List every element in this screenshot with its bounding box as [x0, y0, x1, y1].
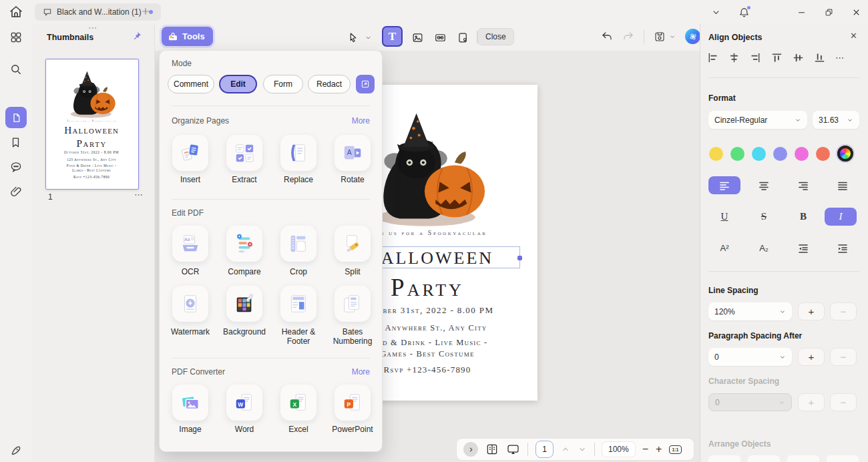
home-icon[interactable]: [8, 4, 24, 20]
color-swatch-green[interactable]: [730, 147, 744, 161]
paragraph-spacing-increase-button[interactable]: +: [798, 348, 825, 366]
convert-image-tool[interactable]: [172, 385, 208, 421]
new-tab-icon[interactable]: [140, 6, 151, 17]
panel-drag-handle[interactable]: ⋯: [88, 23, 98, 33]
sidebar-item-comments[interactable]: [9, 160, 23, 174]
line-spacing-select[interactable]: 120%: [708, 302, 792, 320]
bold-button[interactable]: B: [787, 208, 819, 226]
converter-more-link[interactable]: More: [352, 367, 370, 377]
color-wheel-picker[interactable]: [837, 146, 853, 162]
image-tool-icon[interactable]: [409, 29, 426, 46]
compare-tool[interactable]: [226, 226, 262, 262]
text-align-right-button[interactable]: [787, 176, 819, 194]
font-size-select[interactable]: 31.63: [813, 111, 859, 129]
italic-button[interactable]: I: [825, 208, 857, 226]
paragraph-spacing-select[interactable]: 0: [708, 348, 792, 366]
split-tool[interactable]: [335, 226, 371, 262]
convert-powerpoint-tool[interactable]: P: [335, 385, 371, 421]
increase-indent-button[interactable]: [827, 239, 859, 257]
color-swatch-cyan[interactable]: [752, 147, 766, 161]
select-tool-icon[interactable]: [345, 29, 362, 46]
text-align-center-button[interactable]: [748, 176, 780, 194]
text-tool-button[interactable]: T: [382, 26, 403, 47]
selection-handle[interactable]: [517, 256, 522, 260]
decrease-indent-button[interactable]: [787, 239, 819, 257]
zoom-in-button[interactable]: +: [656, 443, 662, 455]
text-selection-box[interactable]: [377, 246, 520, 268]
crop-tool[interactable]: [280, 226, 316, 262]
bates-numbering-tool[interactable]: [335, 286, 371, 322]
page-number-input[interactable]: 1: [535, 441, 554, 458]
superscript-button[interactable]: A²: [708, 239, 740, 257]
header-footer-tool[interactable]: [280, 286, 316, 322]
insert-tool[interactable]: [172, 135, 208, 171]
previous-page-icon[interactable]: [561, 445, 570, 454]
convert-excel-tool[interactable]: X: [280, 385, 316, 421]
page-layout-icon[interactable]: [485, 443, 499, 456]
align-top-icon[interactable]: [771, 52, 783, 63]
mode-redact-button[interactable]: Redact: [308, 75, 351, 93]
thumbnail-more-icon[interactable]: ⋯: [134, 190, 144, 200]
close-window-icon[interactable]: [851, 7, 861, 17]
pin-panel-icon[interactable]: [132, 31, 142, 41]
replace-tool[interactable]: [280, 135, 316, 171]
subscript-button[interactable]: A₂: [748, 239, 780, 257]
mode-form-button[interactable]: Form: [263, 75, 303, 93]
align-right-icon[interactable]: [750, 52, 761, 63]
align-bottom-icon[interactable]: [814, 52, 825, 63]
ocr-tool[interactable]: Aa: [172, 226, 208, 262]
redo-icon[interactable]: [622, 31, 634, 43]
color-swatch-purple[interactable]: [773, 147, 787, 161]
text-align-justify-button[interactable]: [827, 176, 859, 194]
notifications-bell-icon[interactable]: [738, 7, 750, 18]
actual-size-button[interactable]: 1:1: [669, 445, 681, 454]
sidebar-item-bookmarks[interactable]: [9, 136, 23, 150]
background-tool[interactable]: [226, 286, 262, 322]
expand-bar-icon[interactable]: [463, 442, 478, 457]
link-tool-icon[interactable]: [431, 29, 449, 46]
undo-icon[interactable]: [601, 31, 613, 43]
text-align-left-button[interactable]: [708, 176, 740, 194]
stamp-tool-icon[interactable]: [454, 29, 471, 46]
presentation-mode-icon[interactable]: [506, 443, 520, 456]
page-thumbnail-1[interactable]: Join us for a Spookyacular Halloween Par…: [45, 59, 139, 190]
ai-assistant-button[interactable]: [685, 29, 700, 44]
sidebar-item-thumbnails[interactable]: [5, 107, 27, 128]
panels-grid-icon[interactable]: [9, 31, 23, 44]
search-icon[interactable]: [9, 63, 23, 76]
panel-close-icon[interactable]: ✕: [850, 31, 857, 41]
organize-more-link[interactable]: More: [352, 116, 370, 126]
underline-button[interactable]: U: [708, 208, 740, 226]
open-external-mode-button[interactable]: [356, 75, 375, 93]
extract-tool[interactable]: [226, 135, 262, 171]
paragraph-spacing-decrease-button[interactable]: −: [830, 348, 857, 366]
color-swatch-yellow[interactable]: [709, 147, 723, 161]
line-spacing-decrease-button[interactable]: −: [830, 302, 857, 320]
save-options-chevron-icon[interactable]: [669, 33, 676, 40]
align-center-horizontal-icon[interactable]: [728, 52, 740, 63]
align-more-icon[interactable]: ⋯: [835, 53, 844, 63]
color-swatch-pink[interactable]: [795, 147, 809, 161]
color-swatch-salmon[interactable]: [816, 147, 830, 161]
strikethrough-button[interactable]: S: [748, 208, 780, 226]
chevron-down-icon[interactable]: [711, 7, 721, 17]
watermark-tool[interactable]: [172, 286, 208, 322]
sidebar-item-attachments[interactable]: [9, 185, 23, 198]
minimize-icon[interactable]: [797, 7, 807, 17]
next-page-icon[interactable]: [578, 445, 587, 454]
line-spacing-increase-button[interactable]: +: [798, 302, 825, 320]
font-family-select[interactable]: Cinzel-Regular: [708, 111, 807, 129]
zoom-out-button[interactable]: −: [642, 443, 648, 455]
align-middle-vertical-icon[interactable]: [793, 52, 804, 63]
close-edit-mode-button[interactable]: Close: [477, 28, 514, 45]
tools-button[interactable]: Tools: [162, 27, 213, 46]
mode-comment-button[interactable]: Comment: [168, 75, 214, 93]
convert-word-tool[interactable]: W: [226, 385, 262, 421]
zoom-level-value[interactable]: 100%: [602, 442, 635, 457]
restore-window-icon[interactable]: [824, 7, 834, 17]
mode-edit-button[interactable]: Edit: [219, 75, 257, 93]
signature-icon[interactable]: [9, 443, 23, 457]
align-left-icon[interactable]: [707, 52, 718, 63]
select-tool-chevron-icon[interactable]: [365, 34, 372, 41]
save-icon[interactable]: [654, 31, 666, 43]
